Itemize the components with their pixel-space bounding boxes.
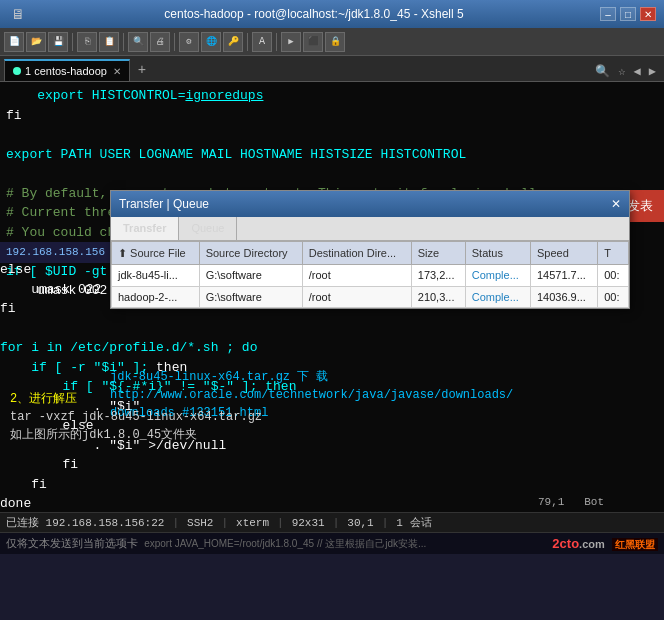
cursor-pos-text: 79,1	[538, 496, 564, 508]
transfer-tabs: Transfer Queue	[111, 217, 629, 241]
sep3: |	[277, 517, 284, 529]
terminal-line	[6, 164, 658, 184]
maximize-button[interactable]: □	[620, 7, 636, 21]
brand-logo-text: 红黑联盟	[612, 538, 658, 551]
network-icon[interactable]: 🌐	[201, 32, 221, 52]
terminal-line: for i in /etc/profile.d/*.sh ; do	[0, 338, 614, 358]
tabbar-right: 🔍 ☆ ◀ ▶	[593, 62, 664, 81]
titlebar-title: centos-hadoop - root@localhost:~/jdk1.8.…	[28, 7, 600, 21]
terminal[interactable]: export HISTCONTROL=ignoredups fi export …	[0, 82, 664, 512]
col-source-file: ⬆ Source File	[112, 241, 200, 265]
cell-size: 210,3...	[411, 286, 465, 308]
tab-label: 1 centos-hadoop	[25, 65, 107, 77]
lock-icon[interactable]: 🔒	[325, 32, 345, 52]
terminal-size: 92x31	[292, 517, 325, 529]
tab-centos-hadoop[interactable]: 1 centos-hadoop ✕	[4, 59, 130, 81]
app-icon: 🖥	[8, 4, 28, 24]
paste-icon[interactable]: 📋	[99, 32, 119, 52]
terminal-line: done	[0, 494, 614, 512]
terminal-line: export PATH USER LOGNAME MAIL HOSTNAME H…	[6, 145, 658, 165]
new-session-icon[interactable]: 📄	[4, 32, 24, 52]
transfer-title: Transfer | Queue	[119, 195, 209, 213]
decompress-note: 如上图所示的jdk1.8.0_45文件夹	[10, 426, 612, 444]
cursor-location: 30,1	[347, 517, 373, 529]
cell-status: Comple...	[465, 286, 530, 308]
transfer-dialog: Transfer | Queue ✕ Transfer Queue ⬆ Sour…	[110, 190, 630, 309]
search-icon[interactable]: 🔍	[128, 32, 148, 52]
tab-close-btn[interactable]: ✕	[113, 66, 121, 77]
transfer-tab-transfer[interactable]: Transfer	[111, 217, 179, 240]
cursor-pos: 79,1 Bot	[538, 494, 604, 511]
font-icon[interactable]: A	[252, 32, 272, 52]
tab-status-dot	[13, 67, 21, 75]
download-line1: jdk-8u45-linux-x64.tar.gz 下 载	[110, 368, 612, 386]
terminal-line: fi	[0, 475, 614, 495]
titlebar: 🖥 centos-hadoop - root@localhost:~/jdk1.…	[0, 0, 664, 28]
copy-icon[interactable]: ⎘	[77, 32, 97, 52]
sep3	[174, 33, 175, 51]
terminal-line	[6, 125, 658, 145]
next-tab-icon[interactable]: ▶	[647, 62, 658, 81]
open-icon[interactable]: 📂	[26, 32, 46, 52]
cell-source-file: jdk-8u45-li...	[112, 265, 200, 287]
brand-suffix: .com	[579, 538, 605, 550]
sep2: |	[221, 517, 228, 529]
table-row: jdk-8u45-li... G:\software /root 173,2..…	[112, 265, 629, 287]
session-count: 1 会话	[396, 515, 431, 530]
minimize-button[interactable]: –	[600, 7, 616, 21]
print-icon[interactable]: 🖨	[150, 32, 170, 52]
tabbar: 1 centos-hadoop ✕ + 🔍 ☆ ◀ ▶	[0, 56, 664, 82]
cell-status: Comple...	[465, 265, 530, 287]
transfer-header: Transfer | Queue ✕	[111, 191, 629, 217]
terminal-type: xterm	[236, 517, 269, 529]
col-speed: Speed	[530, 241, 597, 265]
table-row: hadoop-2-... G:\software /root 210,3... …	[112, 286, 629, 308]
cell-source-file: hadoop-2-...	[112, 286, 200, 308]
cell-source-dir: G:\software	[199, 265, 302, 287]
titlebar-controls: – □ ✕	[600, 7, 656, 21]
transfer-close-icon[interactable]: ✕	[611, 195, 621, 213]
sep1	[72, 33, 73, 51]
key-icon[interactable]: 🔑	[223, 32, 243, 52]
col-source-dir: Source Directory	[199, 241, 302, 265]
protocol-indicator: SSH2	[187, 517, 213, 529]
prev-tab-icon[interactable]: ◀	[632, 62, 643, 81]
settings-icon[interactable]: ⚙	[179, 32, 199, 52]
script-icon[interactable]: ▶	[281, 32, 301, 52]
infobar-send-hint: 仅将文本发送到当前选项卡	[6, 537, 138, 549]
titlebar-left: 🖥	[8, 4, 28, 24]
terminal-line	[0, 319, 614, 339]
sep1: |	[172, 517, 179, 529]
cell-dest-dir: /root	[302, 265, 411, 287]
brand-label: 2cto	[552, 536, 579, 551]
star-icon[interactable]: ☆	[616, 62, 627, 81]
decompress-cmd: tar -vxzf jdk-8u45-linux-x64.tar.gz	[10, 408, 612, 426]
terminal-line: export HISTCONTROL=ignoredups	[6, 86, 658, 106]
decompress-label: 2、进行解压	[10, 390, 612, 408]
col-status: Status	[465, 241, 530, 265]
col-size: Size	[411, 241, 465, 265]
transfer-tab-queue[interactable]: Queue	[179, 217, 237, 240]
close-button[interactable]: ✕	[640, 7, 656, 21]
search-tab-icon[interactable]: 🔍	[593, 62, 612, 81]
post-label: 发表	[627, 198, 653, 213]
infobar-code-hint: export JAVA_HOME=/root/jdk1.8.0_45 // 这里…	[144, 538, 426, 549]
col-dest-dir: Destination Dire...	[302, 241, 411, 265]
cell-dest-dir: /root	[302, 286, 411, 308]
cursor-mode: Bot	[584, 496, 604, 508]
cell-time: 00:	[598, 265, 629, 287]
sep2	[123, 33, 124, 51]
cell-speed: 14036.9...	[530, 286, 597, 308]
terminal-line: fi	[6, 106, 658, 126]
new-tab-button[interactable]: +	[132, 59, 152, 81]
col-time: T	[598, 241, 629, 265]
terminal-icon[interactable]: ⬛	[303, 32, 323, 52]
cell-speed: 14571.7...	[530, 265, 597, 287]
connection-status: 已连接 192.168.158.156:22	[6, 515, 164, 530]
sep4	[247, 33, 248, 51]
cell-source-dir: G:\software	[199, 286, 302, 308]
save-icon[interactable]: 💾	[48, 32, 68, 52]
statusbar: 已连接 192.168.158.156:22 | SSH2 | xterm | …	[0, 512, 664, 532]
cell-time: 00:	[598, 286, 629, 308]
decompress-area: 2、进行解压 tar -vxzf jdk-8u45-linux-x64.tar.…	[10, 390, 612, 444]
